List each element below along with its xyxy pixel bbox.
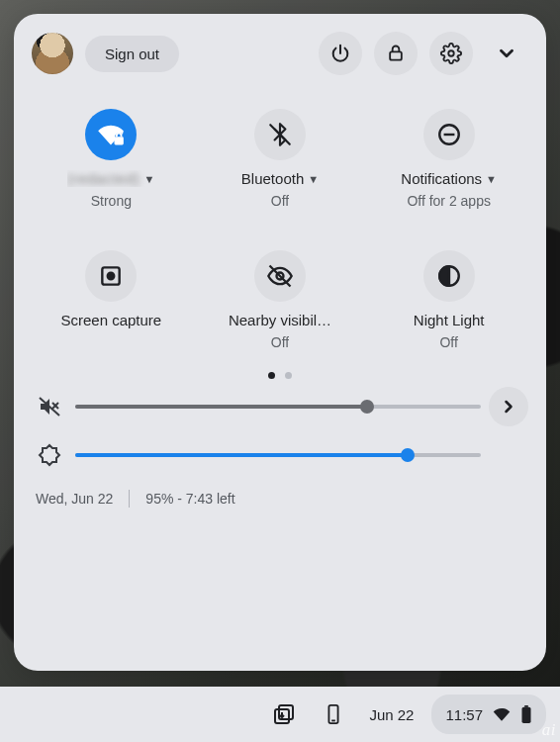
quick-tiles: (redacted) ▼ Strong Bluetooth ▼ Off Noti… (32, 101, 528, 356)
brightness-row (32, 440, 528, 470)
tile-label: Night Light (414, 312, 485, 328)
panel-footer: Wed, Jun 22 95% - 7:43 left (32, 490, 528, 508)
chevron-right-icon (499, 397, 518, 417)
audio-settings-button[interactable] (489, 387, 528, 426)
power-icon (329, 43, 351, 64)
chevron-down-icon (496, 43, 517, 64)
tile-screen-capture[interactable]: Screen capture (32, 242, 191, 356)
tile-label: Nearby visibil… (229, 312, 331, 328)
separator (129, 490, 130, 508)
tile-sublabel: Off for 2 apps (407, 193, 491, 209)
tile-nearby-visibility[interactable]: Nearby visibil… Off (201, 242, 360, 356)
svg-point-1 (448, 50, 454, 56)
tile-label: (redacted) ▼ (67, 170, 154, 187)
clock: 11:57 (445, 706, 483, 723)
svg-marker-14 (40, 445, 59, 465)
tile-label: Bluetooth ▼ (241, 170, 319, 187)
caret-down-icon: ▼ (308, 173, 319, 185)
tile-sublabel: Off (271, 334, 289, 350)
screen-capture-icon (85, 250, 137, 302)
battery-icon (520, 705, 532, 723)
tile-night-light[interactable]: Night Light Off (369, 242, 528, 356)
tile-label: Notifications ▼ (401, 170, 497, 187)
tile-sublabel: Off (271, 193, 289, 209)
lock-icon (386, 44, 406, 63)
svg-rect-0 (390, 51, 402, 59)
tile-network[interactable]: (redacted) ▼ Strong (32, 101, 191, 215)
brightness-icon[interactable] (32, 443, 67, 467)
wifi-secure-icon (85, 109, 137, 160)
volume-slider[interactable] (75, 392, 481, 421)
lock-button[interactable] (374, 32, 418, 75)
volume-row (32, 387, 528, 426)
holding-space-button[interactable] (262, 693, 306, 736)
avatar[interactable] (32, 33, 73, 74)
bluetooth-off-icon (254, 109, 306, 160)
panel-header: Sign out (32, 32, 528, 75)
tile-bluetooth[interactable]: Bluetooth ▼ Off (201, 101, 360, 215)
caret-down-icon: ▼ (144, 173, 155, 185)
phone-icon (323, 703, 344, 725)
sign-out-button[interactable]: Sign out (85, 36, 179, 72)
brightness-slider[interactable] (75, 440, 481, 470)
settings-button[interactable] (429, 32, 473, 75)
night-light-icon (423, 250, 475, 302)
do-not-disturb-icon (423, 109, 475, 160)
svg-rect-2 (115, 137, 124, 144)
tile-notifications[interactable]: Notifications ▼ Off for 2 apps (369, 101, 528, 215)
footer-battery: 95% - 7:43 left (145, 491, 234, 507)
shelf-date[interactable]: Jun 22 (361, 706, 425, 723)
power-button[interactable] (319, 32, 362, 75)
status-tray[interactable]: 11:57 (431, 695, 546, 734)
wifi-icon (493, 705, 511, 723)
svg-point-7 (108, 273, 115, 280)
visibility-off-icon (254, 250, 306, 302)
download-tray-icon (272, 702, 296, 726)
gear-icon (440, 43, 462, 64)
page-indicator[interactable] (32, 372, 528, 379)
volume-mute-icon[interactable] (32, 395, 67, 418)
tile-label: Screen capture (60, 312, 161, 330)
page-dot (268, 372, 275, 379)
quick-settings-panel: Sign out (14, 14, 546, 671)
phone-hub-button[interactable] (312, 693, 355, 736)
collapse-button[interactable] (485, 32, 528, 75)
caret-down-icon: ▼ (486, 173, 497, 185)
svg-rect-19 (522, 707, 531, 723)
footer-date: Wed, Jun 22 (36, 491, 113, 507)
tile-sublabel: Off (439, 334, 457, 350)
svg-rect-20 (524, 705, 528, 707)
shelf: Jun 22 11:57 (0, 687, 560, 742)
tile-sublabel: Strong (91, 193, 132, 209)
page-dot (285, 372, 292, 379)
